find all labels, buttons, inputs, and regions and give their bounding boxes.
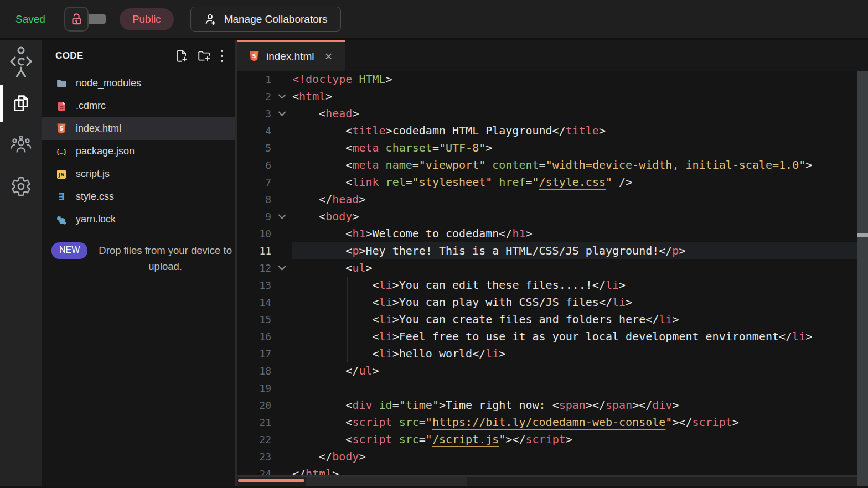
indent-guide	[294, 122, 294, 139]
code-line-22[interactable]: 22 <script src="/script.js"></script>	[237, 431, 868, 448]
line-number: 13	[237, 277, 271, 294]
fold-chevron-icon[interactable]	[271, 259, 292, 277]
code-text: </html>	[292, 465, 868, 475]
activity-rail	[0, 40, 42, 486]
indent-guide	[294, 277, 294, 294]
line-number: 8	[237, 191, 271, 208]
fold-chevron-icon[interactable]	[271, 208, 292, 225]
code-line-19[interactable]: 19	[237, 380, 868, 397]
indent-guide	[294, 311, 294, 328]
indent-guide	[294, 259, 294, 277]
code-line-10[interactable]: 10 <h1>Welcome to codedamn</h1>	[237, 225, 868, 242]
indent-guide	[347, 328, 348, 345]
fold-spacer	[271, 139, 292, 157]
code-line-18[interactable]: 18 </ul>	[237, 362, 868, 380]
unlock-icon[interactable]	[64, 7, 89, 32]
fold-chevron-icon[interactable]	[271, 88, 292, 105]
code-line-3[interactable]: 3 <head>	[237, 105, 868, 122]
bottom-panel-active-tab-indicator[interactable]	[238, 479, 304, 482]
code-line-21[interactable]: 21 <script src="https://bit.ly/codedamn-…	[237, 414, 868, 431]
bottom-panel-edge	[237, 475, 868, 486]
line-number: 10	[237, 225, 271, 242]
file-name: package.json	[76, 146, 135, 157]
indent-guide	[321, 242, 321, 259]
vertical-scrollbar[interactable]	[857, 71, 868, 486]
indent-guide	[294, 139, 294, 157]
indent-guide	[294, 174, 294, 191]
scrollbar-thumb[interactable]	[857, 233, 868, 237]
file-name: node_modules	[76, 77, 141, 89]
more-options-icon[interactable]	[220, 49, 224, 63]
indent-guide	[294, 397, 294, 414]
html-file-icon: 5	[248, 50, 260, 63]
indent-guide	[321, 277, 321, 294]
file-name: yarn.lock	[76, 214, 116, 225]
code-line-5[interactable]: 5 <meta charset="UTF-8">	[237, 139, 868, 157]
bottom-panel-tab[interactable]	[306, 477, 467, 486]
fold-chevron-icon[interactable]	[271, 105, 292, 122]
svg-text:∃: ∃	[58, 191, 65, 203]
code-text: <meta charset="UTF-8">	[292, 139, 868, 157]
code-line-16[interactable]: 16 <li>Feel free to use it as your local…	[237, 328, 868, 345]
code-text: <p>Hey there! This is a HTML/CSS/JS play…	[292, 242, 868, 259]
code-line-23[interactable]: 23 </body>	[237, 448, 868, 465]
fold-spacer	[271, 294, 292, 311]
line-number: 15	[237, 311, 271, 328]
code-line-2[interactable]: 2<html>	[237, 88, 868, 105]
file-explorer: CODE	[42, 40, 237, 486]
code-text: <head>	[292, 105, 868, 122]
code-line-14[interactable]: 14 <li>You can play with CSS/JS files</l…	[237, 294, 868, 311]
code-line-7[interactable]: 7 <link rel="stylesheet" href="/style.cs…	[237, 174, 868, 191]
settings-icon[interactable]	[0, 170, 42, 203]
code-text: <link rel="stylesheet" href="/style.css"…	[292, 174, 868, 191]
code-line-1[interactable]: 1<!doctype HTML>	[237, 71, 868, 88]
files-icon[interactable]	[0, 87, 42, 120]
code-line-11[interactable]: 11 <p>Hey there! This is a HTML/CSS/JS p…	[237, 242, 868, 259]
code-editor[interactable]: 1<!doctype HTML>2<html>3 <head>4 <title>…	[237, 71, 868, 475]
toggle-knob[interactable]	[87, 14, 106, 24]
code-text: <div id="time">Time right now: <span></s…	[292, 397, 868, 414]
file-item-style.css[interactable]: ∃style.css	[42, 185, 235, 208]
code-line-4[interactable]: 4 <title>codedamn HTML Playground</title…	[237, 122, 868, 139]
close-icon[interactable]: ×	[325, 50, 333, 63]
line-number: 7	[237, 174, 271, 191]
code-line-20[interactable]: 20 <div id="time">Time right now: <span>…	[237, 397, 868, 414]
tab-bar: 5 index.html ×	[237, 40, 868, 71]
top-bar: Saved Public Manage Collaborators	[0, 0, 868, 40]
code-text	[292, 380, 868, 397]
file-item-node_modules[interactable]: node_modules	[42, 72, 235, 95]
code-line-12[interactable]: 12 <ul>	[237, 259, 868, 277]
css-file-icon: ∃	[55, 191, 68, 203]
tab-index-html[interactable]: 5 index.html ×	[237, 40, 345, 71]
file-item-script.js[interactable]: JSscript.js	[42, 163, 235, 185]
collaborators-icon[interactable]	[0, 128, 42, 162]
new-file-icon[interactable]	[174, 49, 189, 63]
file-list: node_modules.cdmrc5index.html{…}package.…	[42, 72, 235, 231]
code-line-9[interactable]: 9 <body>	[237, 208, 868, 225]
visibility-toggle[interactable]	[64, 7, 106, 32]
codedamn-logo-icon[interactable]	[0, 45, 42, 79]
fold-spacer	[271, 191, 292, 208]
code-line-6[interactable]: 6 <meta name="viewport" content="width=d…	[237, 157, 868, 174]
line-number: 12	[237, 259, 271, 277]
line-number: 4	[237, 122, 271, 139]
code-text: <li>You can play with CSS/JS files</li>	[292, 294, 868, 311]
indent-guide	[294, 448, 294, 465]
code-line-24[interactable]: 24</html>	[237, 465, 868, 475]
new-folder-icon[interactable]	[197, 49, 212, 63]
indent-guide	[321, 294, 321, 311]
manage-collaborators-button[interactable]: Manage Collaborators	[190, 7, 341, 32]
code-line-15[interactable]: 15 <li>You can create files and folders …	[237, 311, 868, 328]
svg-text:5: 5	[60, 125, 64, 131]
code-line-17[interactable]: 17 <li>hello world</li>	[237, 345, 868, 362]
code-text: <body>	[292, 208, 868, 225]
public-visibility-badge[interactable]: Public	[120, 8, 174, 30]
file-item-index.html[interactable]: 5index.html	[42, 117, 235, 140]
file-item-package.json[interactable]: {…}package.json	[42, 140, 235, 163]
folder-icon	[55, 77, 68, 90]
file-item-yarn.lock[interactable]: yarn.lock	[42, 208, 235, 231]
file-item-.cdmrc[interactable]: .cdmrc	[42, 95, 235, 117]
code-line-13[interactable]: 13 <li>You can edit these files....!</li…	[237, 277, 868, 294]
indent-guide	[321, 414, 321, 431]
code-line-8[interactable]: 8 </head>	[237, 191, 868, 208]
